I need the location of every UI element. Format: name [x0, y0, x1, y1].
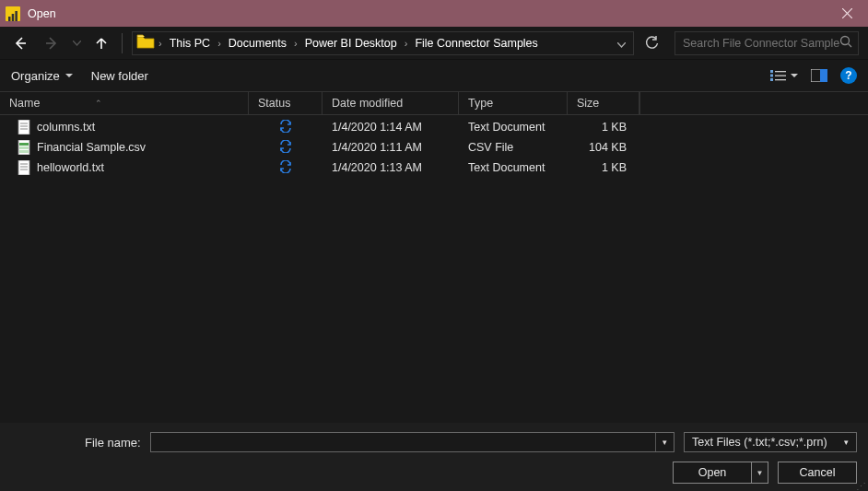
file-date: 1/4/2020 1:11 AM [323, 141, 459, 154]
file-size: 1 KB [568, 121, 639, 134]
preview-pane-button[interactable] [811, 69, 827, 82]
svg-point-7 [841, 36, 850, 44]
file-row[interactable]: columns.txt 1/4/2020 1:14 AM Text Docume… [0, 117, 868, 137]
svg-rect-12 [775, 76, 786, 76]
chevron-right-icon[interactable]: › [157, 38, 164, 49]
file-name: helloworld.txt [37, 161, 104, 174]
svg-rect-23 [19, 146, 29, 149]
chevron-right-icon[interactable]: › [216, 38, 223, 49]
svg-rect-22 [19, 143, 29, 146]
chevron-right-icon[interactable]: › [403, 38, 410, 49]
column-date[interactable]: Date modified [323, 92, 459, 114]
resize-grip[interactable]: ⋰ [856, 484, 866, 489]
nav-row: › This PC › Documents › Power BI Desktop… [0, 27, 868, 60]
csv-file-icon [17, 140, 31, 155]
file-type: CSV File [459, 141, 568, 154]
preview-pane-icon [811, 69, 827, 82]
svg-rect-25 [18, 160, 29, 175]
organize-button[interactable]: Organize [11, 69, 73, 83]
details-view-icon [770, 69, 787, 82]
file-type-filter[interactable]: Text Files (*.txt;*.csv;*.prn) ▾ [684, 432, 857, 452]
filename-history-dropdown[interactable]: ▾ [655, 433, 674, 451]
svg-rect-9 [770, 70, 773, 73]
refresh-button[interactable] [639, 31, 663, 55]
column-headers: Name ⌃ Status Date modified Type Size [0, 91, 868, 115]
up-button[interactable] [88, 30, 114, 56]
svg-rect-17 [18, 120, 29, 134]
filename-field[interactable]: ▾ [150, 432, 674, 452]
svg-rect-0 [8, 17, 11, 21]
filename-label: File name: [85, 436, 141, 450]
svg-rect-10 [775, 71, 786, 72]
folder-icon [136, 34, 155, 53]
chevron-right-icon[interactable]: › [292, 38, 299, 49]
sort-indicator-icon: ⌃ [95, 99, 102, 108]
column-status[interactable]: Status [249, 92, 323, 114]
text-file-icon [17, 160, 31, 175]
file-size: 1 KB [568, 161, 639, 174]
recent-dropdown[interactable] [70, 30, 83, 56]
address-bar[interactable]: › This PC › Documents › Power BI Desktop… [132, 31, 634, 55]
file-name: columns.txt [37, 121, 95, 134]
open-button[interactable]: Open [673, 462, 752, 484]
file-size: 104 KB [568, 141, 639, 154]
new-folder-label: New folder [91, 69, 148, 83]
svg-rect-24 [19, 150, 29, 153]
help-button[interactable]: ? [840, 67, 857, 84]
column-size[interactable]: Size [568, 92, 639, 114]
sync-icon [279, 120, 292, 135]
text-file-icon [17, 120, 31, 134]
open-split-dropdown[interactable]: ▼ [752, 462, 768, 484]
file-row[interactable]: helloworld.txt 1/4/2020 1:13 AM Text Doc… [0, 158, 868, 178]
column-type[interactable]: Type [459, 92, 568, 114]
breadcrumb-item[interactable]: This PC [166, 35, 214, 52]
view-mode-button[interactable] [770, 69, 798, 82]
forward-button[interactable] [39, 30, 65, 56]
file-row[interactable]: Financial Sample.csv 1/4/2020 1:11 AM CS… [0, 137, 868, 158]
chevron-down-icon: ▾ [844, 438, 849, 447]
file-date: 1/4/2020 1:14 AM [323, 121, 459, 134]
svg-rect-14 [775, 79, 786, 80]
svg-rect-2 [15, 11, 18, 21]
filter-label: Text Files (*.txt;*.csv;*.prn) [692, 436, 827, 449]
app-icon [6, 6, 20, 21]
breadcrumb-item[interactable]: File Connector Samples [411, 35, 541, 52]
file-date: 1/4/2020 1:13 AM [323, 161, 459, 174]
new-folder-button[interactable]: New folder [91, 69, 148, 83]
breadcrumb-item[interactable]: Power BI Desktop [301, 35, 401, 52]
separator [122, 33, 123, 53]
window-title: Open [28, 7, 827, 20]
file-name: Financial Sample.csv [37, 141, 146, 154]
search-icon[interactable] [839, 35, 852, 52]
address-history-dropdown[interactable] [614, 35, 629, 52]
file-list: columns.txt 1/4/2020 1:14 AM Text Docume… [0, 115, 868, 178]
chevron-down-icon [65, 74, 73, 78]
svg-rect-13 [770, 78, 773, 81]
svg-rect-16 [820, 69, 827, 82]
svg-line-8 [849, 43, 852, 47]
sync-icon [279, 140, 292, 156]
svg-rect-11 [770, 75, 773, 77]
back-button[interactable] [7, 30, 33, 56]
cancel-button[interactable]: Cancel [778, 462, 857, 484]
title-bar: Open [0, 0, 868, 27]
toolbar: Organize New folder ? [0, 60, 868, 91]
organize-label: Organize [11, 69, 60, 83]
filename-input[interactable] [151, 436, 655, 449]
chevron-down-icon [791, 74, 798, 78]
file-type: Text Document [459, 121, 568, 134]
column-name[interactable]: Name ⌃ [0, 92, 249, 114]
search-input[interactable] [683, 37, 839, 50]
file-type: Text Document [459, 161, 568, 174]
search-box[interactable] [674, 31, 859, 55]
breadcrumb-item[interactable]: Documents [225, 35, 290, 52]
open-button-group: Open ▼ [673, 462, 768, 484]
sync-icon [279, 160, 292, 176]
svg-rect-1 [12, 14, 15, 21]
close-button[interactable] [827, 0, 868, 27]
bottom-bar: File name: ▾ Text Files (*.txt;*.csv;*.p… [0, 423, 868, 491]
